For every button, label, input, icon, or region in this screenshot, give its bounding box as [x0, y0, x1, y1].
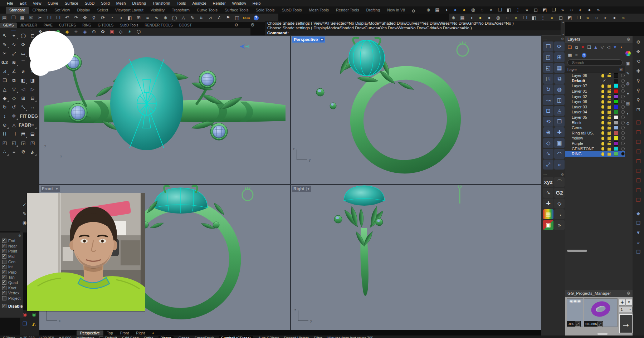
- tool-icon[interactable]: ⊡: [634, 105, 642, 114]
- menu-subd[interactable]: SubD: [82, 1, 98, 5]
- layer-search-box[interactable]: [567, 59, 623, 66]
- tool-icon[interactable]: △: [0, 85, 9, 94]
- tool-icon[interactable]: ▣: [554, 138, 565, 148]
- tool-icon[interactable]: ⊙: [0, 121, 9, 129]
- tool-icon[interactable]: ⌗: [28, 121, 37, 129]
- tool-icon[interactable]: ▤: [625, 101, 631, 106]
- tool-icon[interactable]: ◐: [601, 14, 610, 22]
- tool-icon[interactable]: ✶: [125, 28, 134, 36]
- tool-icon[interactable]: ◬: [554, 106, 565, 116]
- display-panel-tab-icon[interactable]: [625, 51, 631, 56]
- tab-subd-tools[interactable]: SubD Tools: [278, 7, 305, 14]
- layer-row[interactable]: Purple: [565, 141, 625, 146]
- osnap-knot[interactable]: Knot: [2, 285, 23, 290]
- tool-icon[interactable]: ✥: [634, 47, 642, 57]
- next-project-button[interactable]: →: [619, 314, 633, 333]
- tab-display[interactable]: Display: [73, 7, 93, 14]
- tool-icon[interactable]: ⊿: [0, 67, 9, 76]
- status-smarttrack[interactable]: SmartTrack: [195, 336, 214, 338]
- checkbox[interactable]: [2, 304, 6, 308]
- layer-color-swatch[interactable]: [614, 110, 618, 114]
- add-project-button[interactable]: +: [619, 299, 625, 305]
- menu-render[interactable]: Render: [210, 1, 229, 5]
- checkbox[interactable]: [2, 291, 6, 295]
- tool-icon[interactable]: ◩: [540, 6, 549, 14]
- tool-icon[interactable]: ↔: [28, 103, 37, 112]
- gear-icon[interactable]: ⚙: [411, 9, 415, 14]
- tool-icon[interactable]: ◩: [565, 14, 574, 22]
- tool-icon[interactable]: ◐: [576, 6, 585, 14]
- expand-icon[interactable]: ⤢: [597, 322, 602, 327]
- checkbox[interactable]: [2, 249, 6, 253]
- tool-icon[interactable]: »: [558, 6, 567, 14]
- tool-icon[interactable]: ◭: [29, 319, 39, 328]
- layer-row[interactable]: Layer 03: [565, 104, 625, 110]
- tool-icon[interactable]: ◫: [233, 14, 241, 22]
- menu-analyze[interactable]: Analyze: [189, 1, 209, 5]
- material-circle[interactable]: [621, 152, 625, 156]
- viewport-tab-perspective[interactable]: Perspective: [77, 330, 103, 335]
- layer-column-header[interactable]: Layer M: [565, 67, 625, 73]
- layer-color-swatch[interactable]: [614, 99, 618, 104]
- tool-icon[interactable]: ✂: [36, 14, 45, 22]
- status-layer[interactable]: Default: [105, 336, 117, 338]
- tool-icon[interactable]: ▣: [625, 60, 631, 66]
- tool-icon[interactable]: »: [554, 160, 565, 170]
- tool-icon[interactable]: ❏: [567, 44, 573, 50]
- tab-viewport-layout[interactable]: Viewport Layout: [112, 7, 147, 14]
- tool-icon[interactable]: »: [619, 14, 628, 22]
- tool-icon[interactable]: ❒: [20, 319, 29, 328]
- tool-icon[interactable]: ◍: [625, 80, 631, 86]
- layer-color-swatch[interactable]: [614, 141, 618, 146]
- menu-file[interactable]: File: [4, 1, 16, 5]
- tool-icon[interactable]: ◁: [605, 44, 612, 50]
- tool-icon[interactable]: ⊣: [9, 129, 19, 138]
- command-area[interactable]: Choose Shade settings ( View=All Selecte…: [265, 21, 561, 36]
- tool-icon[interactable]: ⟳: [98, 14, 107, 22]
- help-icon[interactable]: ?: [254, 15, 259, 20]
- checkbox[interactable]: [2, 239, 6, 243]
- checkbox[interactable]: [2, 254, 6, 259]
- tool-icon[interactable]: ∿: [543, 188, 553, 198]
- tool-icon[interactable]: ▽: [599, 44, 605, 50]
- status-grid-snap[interactable]: Grid Snap: [122, 336, 139, 338]
- layer-row[interactable]: Layer 06: [565, 73, 625, 78]
- tool-icon[interactable]: ✧: [72, 28, 80, 36]
- tool-icon[interactable]: ↷: [72, 14, 80, 22]
- tool-icon[interactable]: ⌖: [9, 31, 19, 40]
- tool-icon[interactable]: ▣: [543, 220, 553, 230]
- tool-icon[interactable]: ○: [567, 6, 576, 14]
- tool-icon[interactable]: ⬡: [134, 28, 143, 36]
- tool-icon[interactable]: ⊡: [543, 106, 553, 116]
- material-circle[interactable]: [621, 136, 625, 140]
- tool-icon[interactable]: ◍: [554, 84, 565, 94]
- tool-icon[interactable]: ❒: [634, 195, 642, 205]
- help-icon[interactable]: ?: [582, 53, 586, 58]
- checkbox[interactable]: [2, 286, 6, 290]
- status-auto-cplane[interactable]: Auto CPlane: [258, 336, 279, 338]
- tool-icon[interactable]: ◰: [543, 52, 553, 62]
- material-circle[interactable]: [621, 147, 625, 151]
- tool-icon[interactable]: ▦: [433, 6, 442, 14]
- viewport-label-front[interactable]: Front ▾: [41, 186, 60, 192]
- tool-icon[interactable]: ▽: [9, 85, 19, 94]
- tool-icon[interactable]: ◗: [618, 44, 625, 50]
- viewport-right[interactable]: Right ▾: [291, 185, 541, 330]
- tool-icon[interactable]: ❐: [9, 14, 18, 22]
- tool-icon[interactable]: ⊕: [543, 127, 553, 137]
- layer-row-selected[interactable]: RING: [565, 151, 625, 157]
- tool-icon[interactable]: ⚑: [224, 14, 233, 22]
- tool-icon[interactable]: ⊙: [625, 121, 631, 126]
- tool-icon[interactable]: ⟲: [634, 57, 642, 66]
- tool-icon[interactable]: ●: [610, 14, 619, 22]
- tab-solid-tools[interactable]: Solid Tools: [252, 7, 278, 14]
- tool-icon[interactable]: ≡: [143, 14, 152, 22]
- status-record-history[interactable]: Record History: [284, 336, 309, 338]
- menu-help[interactable]: Help: [249, 1, 264, 5]
- layer-color-swatch[interactable]: [614, 126, 618, 130]
- visibility-bulb-icon[interactable]: [601, 95, 604, 98]
- tool-icon[interactable]: ⎘: [27, 14, 36, 22]
- tool-icon[interactable]: ◧: [504, 6, 513, 14]
- osnap-quad[interactable]: Quad: [2, 280, 23, 285]
- tab-drafting[interactable]: Drafting: [363, 7, 384, 14]
